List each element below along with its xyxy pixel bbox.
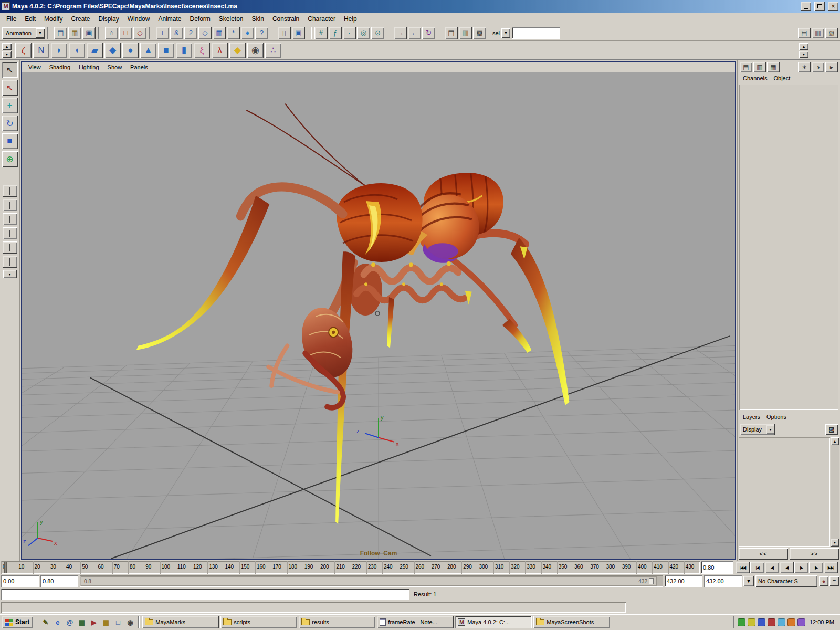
- shelf-tab-down-icon[interactable]: ▼: [2, 51, 12, 58]
- mail-icon[interactable]: @: [64, 617, 75, 628]
- viewport-3d[interactable]: y x z y x z Follow_Cam: [22, 72, 735, 559]
- new-layer-icon[interactable]: ▨: [825, 424, 838, 435]
- extrude-icon[interactable]: ◆: [104, 43, 121, 58]
- construction-history-icon[interactable]: ↻: [422, 27, 435, 39]
- channel-box-menu-item[interactable]: Channels: [741, 75, 769, 82]
- select-tool[interactable]: ↖: [2, 62, 18, 78]
- nurbs-cone-icon[interactable]: ▲: [140, 43, 156, 58]
- layout-single-perspective[interactable]: [3, 185, 17, 197]
- time-slider[interactable]: 0102030405060708090100110120130140150160…: [1, 561, 700, 574]
- task-results[interactable]: results: [299, 616, 375, 628]
- task-mayascreenshots[interactable]: MayaScreenShots: [533, 616, 610, 628]
- volume-tray-icon[interactable]: [748, 618, 755, 626]
- animation-start-field[interactable]: [1, 575, 39, 587]
- render-globals-icon[interactable]: ▩: [473, 27, 486, 39]
- snap-to-curve-icon[interactable]: ƒ: [329, 27, 342, 39]
- nurbs-cube-icon[interactable]: ■: [158, 43, 174, 58]
- show-desktop-icon[interactable]: ▤: [76, 617, 87, 628]
- toolbar-separator[interactable]: [47, 27, 51, 39]
- mask-handles-icon[interactable]: +: [156, 27, 169, 39]
- step-back-key-button[interactable]: ◀|: [765, 562, 779, 573]
- snap-to-view-plane-icon[interactable]: ◎: [357, 27, 370, 39]
- curve-kink-icon[interactable]: λ: [212, 43, 228, 58]
- input-connections-icon[interactable]: →: [394, 27, 407, 39]
- shelf-scroll-down-icon[interactable]: ▼: [799, 51, 808, 58]
- task-maya[interactable]: Maya 4.0.2: C:...: [455, 616, 532, 628]
- open-scene-icon[interactable]: ▦: [68, 27, 81, 39]
- play-backwards-button[interactable]: ◀: [780, 562, 794, 573]
- panel-menu-item[interactable]: Panels: [127, 63, 152, 71]
- go-to-end-button[interactable]: ▶▶|: [824, 562, 838, 573]
- current-time-indicator[interactable]: [4, 562, 7, 573]
- scale-tool[interactable]: ■: [2, 133, 18, 149]
- anim-prefs-icon[interactable]: =: [830, 576, 839, 586]
- scheduler-tray-icon[interactable]: [768, 618, 775, 626]
- move-tool[interactable]: +: [2, 98, 18, 113]
- layer-display-selector[interactable]: Display ▼: [740, 424, 775, 435]
- layout-hypergraph-persp[interactable]: [3, 242, 17, 254]
- playback-start-field[interactable]: [40, 575, 78, 587]
- loft-icon[interactable]: ◖: [69, 43, 85, 58]
- step-back-frame-button[interactable]: |◀: [750, 562, 764, 573]
- menu-item[interactable]: Display: [94, 13, 123, 25]
- channel-box-menu-item[interactable]: Object: [771, 75, 792, 82]
- quick-select-input[interactable]: [512, 27, 560, 39]
- character-menu-arrow-icon[interactable]: ▼: [743, 576, 754, 586]
- menu-item[interactable]: File: [2, 13, 20, 25]
- current-time-field[interactable]: [701, 561, 733, 574]
- panel-menu-item[interactable]: Show: [104, 63, 126, 71]
- nurbs-sphere-icon[interactable]: ●: [122, 43, 139, 58]
- panel-menu-item[interactable]: Shading: [46, 63, 74, 71]
- insect-model[interactable]: [136, 104, 570, 524]
- display-tray-icon[interactable]: [758, 618, 765, 626]
- show-manipulator-tool[interactable]: ⊕: [2, 151, 18, 167]
- restore-button[interactable]: [814, 2, 825, 11]
- ipr-render-icon[interactable]: ▥: [459, 27, 472, 39]
- toolbar-separator[interactable]: [98, 27, 102, 39]
- select-by-object-icon[interactable]: □: [119, 27, 132, 39]
- range-slider-bar[interactable]: 0.8 432: [81, 576, 657, 586]
- display-toggle-icon[interactable]: ◑: [812, 62, 824, 72]
- channel-box-body[interactable]: [739, 85, 838, 410]
- toolbar-separator[interactable]: [438, 27, 442, 39]
- scroll-down-icon[interactable]: ▼: [831, 539, 839, 547]
- layout-four-view[interactable]: [3, 199, 17, 211]
- mask-curves-icon[interactable]: &: [170, 27, 183, 39]
- menu-item[interactable]: Skeleton: [215, 13, 248, 25]
- play-forwards-button[interactable]: ▶: [794, 562, 808, 573]
- shelf-scroll-up-icon[interactable]: ▲: [799, 43, 808, 50]
- layer-list[interactable]: [739, 437, 830, 547]
- menu-set-selector[interactable]: Animation ▼: [2, 27, 45, 39]
- go-to-start-button[interactable]: |◀◀: [736, 562, 750, 573]
- menu-item[interactable]: Window: [123, 13, 154, 25]
- tool-settings-icon[interactable]: ∗: [798, 62, 811, 72]
- menu-item[interactable]: Create: [67, 13, 94, 25]
- menu-item[interactable]: Character: [303, 13, 340, 25]
- menu-item[interactable]: Constrain: [268, 13, 303, 25]
- antivirus-tray-icon[interactable]: [788, 618, 795, 626]
- mask-polygons-icon[interactable]: ◇: [198, 27, 212, 39]
- mask-dynamics-icon[interactable]: *: [227, 27, 240, 39]
- pencil-curve-tool-icon[interactable]: N: [33, 43, 49, 58]
- graphics-tray-icon[interactable]: [738, 618, 746, 626]
- lock-selection-icon[interactable]: ▯: [278, 27, 291, 39]
- layer-scrollbar[interactable]: ▲ ▼: [831, 437, 839, 547]
- panel-menu-item[interactable]: Lighting: [75, 63, 103, 71]
- start-button[interactable]: Start: [2, 616, 33, 628]
- command-line-input[interactable]: [1, 589, 410, 600]
- task-mayamarks[interactable]: MayaMarks: [142, 616, 219, 628]
- range-slider-track[interactable]: 0.8 432: [80, 575, 663, 587]
- layer-editor-menu-item[interactable]: Options: [764, 414, 789, 421]
- pager-next-button[interactable]: >>: [790, 548, 839, 560]
- rotate-tool[interactable]: ↻: [2, 116, 18, 131]
- minimize-button[interactable]: [801, 2, 811, 11]
- toolbar-separator[interactable]: [387, 27, 391, 39]
- edit-curve-icon[interactable]: ξ: [194, 43, 210, 58]
- close-button[interactable]: ×: [828, 2, 838, 11]
- show-layer-bar-icon[interactable]: ▥: [753, 62, 766, 72]
- show-channel-layer-icon[interactable]: ▦: [767, 62, 780, 72]
- layout-more-arrow-icon[interactable]: ▾: [3, 270, 17, 278]
- paint-select-icon[interactable]: ◆: [229, 43, 246, 58]
- animation-end-field[interactable]: [704, 575, 742, 587]
- menu-item[interactable]: Skin: [248, 13, 268, 25]
